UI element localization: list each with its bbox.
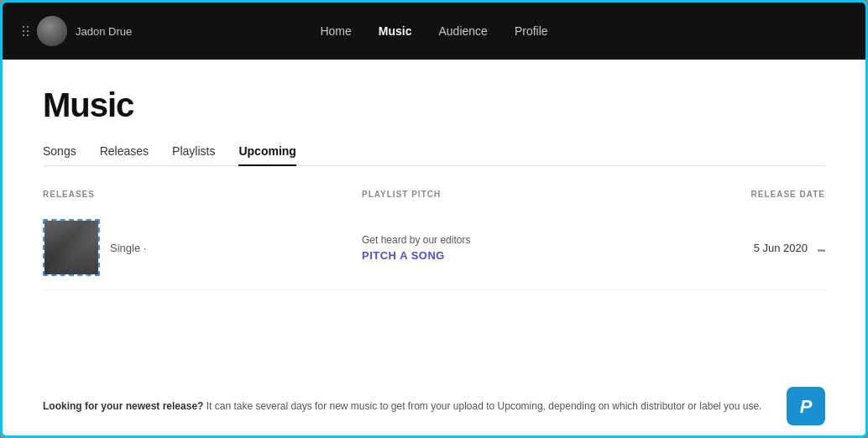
- plink-logo-letter: P: [800, 393, 813, 420]
- footer-note-bold: Looking for your newest release?: [43, 400, 203, 412]
- main-content: Music Songs Releases Playlists Upcoming …: [3, 60, 865, 435]
- release-type-label: Single ·: [110, 242, 146, 254]
- nav-profile[interactable]: Profile: [515, 24, 548, 38]
- tab-songs[interactable]: Songs: [43, 144, 76, 166]
- release-date-value: 5 Jun 2020: [754, 242, 808, 254]
- top-navigation: Jadon Drue Home Music Audience Profile: [3, 3, 865, 60]
- tabs-container: Songs Releases Playlists Upcoming: [43, 144, 825, 166]
- tab-upcoming[interactable]: Upcoming: [238, 144, 295, 166]
- pitch-cell: Get heard by our editors PITCH A SONG: [362, 234, 691, 262]
- table-area: RELEASES PLAYLIST PITCH RELEASE DATE Sin…: [43, 166, 825, 373]
- album-art-image: [44, 221, 98, 274]
- table-row: Single · Get heard by our editors PITCH …: [43, 206, 825, 290]
- nav-home[interactable]: Home: [320, 24, 351, 38]
- col-header-pitch: PLAYLIST PITCH: [362, 190, 691, 199]
- footer-note-text: Looking for your newest release? It can …: [43, 399, 761, 414]
- release-cell: Single ·: [43, 219, 362, 276]
- table-header: RELEASES PLAYLIST PITCH RELEASE DATE: [43, 190, 825, 206]
- tab-releases[interactable]: Releases: [100, 144, 149, 166]
- app-frame: Jadon Drue Home Music Audience Profile M…: [0, 0, 868, 438]
- footer-note: Looking for your newest release? It can …: [43, 373, 825, 435]
- date-cell: 5 Jun 2020: [691, 240, 825, 255]
- pitch-a-song-link[interactable]: PITCH A SONG: [362, 249, 691, 262]
- footer-note-rest: It can take several days for new music t…: [203, 400, 761, 412]
- nav-links: Home Music Audience Profile: [320, 24, 547, 38]
- more-options-button[interactable]: [818, 240, 825, 255]
- nav-music[interactable]: Music: [379, 24, 412, 38]
- avatar: [37, 16, 67, 46]
- col-header-releases: RELEASES: [43, 190, 362, 199]
- nav-audience[interactable]: Audience: [438, 24, 487, 38]
- page-title: Music: [43, 86, 825, 124]
- nav-left: Jadon Drue: [23, 16, 320, 46]
- album-art: [43, 219, 100, 276]
- user-name-label: Jadon Drue: [76, 25, 132, 38]
- pitch-subtitle: Get heard by our editors: [362, 234, 691, 246]
- col-header-date: RELEASE DATE: [691, 190, 825, 199]
- tab-playlists[interactable]: Playlists: [172, 144, 215, 166]
- plink-logo-button[interactable]: P: [787, 387, 825, 425]
- drag-handle-icon: [23, 26, 29, 36]
